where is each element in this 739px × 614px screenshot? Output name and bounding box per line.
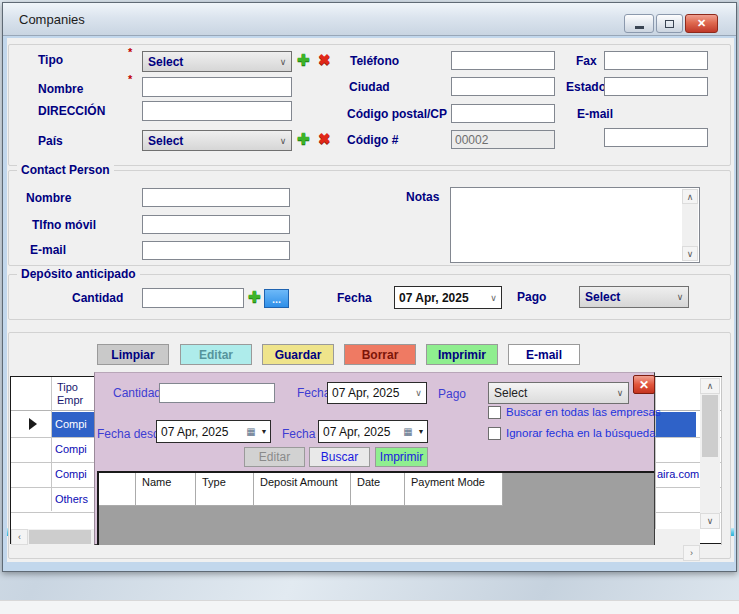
- email-input[interactable]: [604, 128, 708, 147]
- grid-col-name[interactable]: Name: [136, 473, 196, 506]
- chevron-down-icon: ∨: [672, 292, 688, 302]
- popup-buscar-button[interactable]: Buscar: [309, 447, 370, 467]
- fecha-desde-label: Fecha desde: [97, 427, 157, 441]
- email-button[interactable]: E-mail: [508, 344, 580, 365]
- all-companies-checkbox-label: Buscar en todas las empresas: [506, 406, 661, 418]
- fax-input[interactable]: [604, 51, 708, 70]
- nombre-input[interactable]: [142, 77, 292, 97]
- popup-close-button[interactable]: ✕: [633, 375, 655, 394]
- scroll-up-icon[interactable]: ∧: [682, 189, 698, 204]
- fecha-select[interactable]: 07 Apr, 2025 ∨: [394, 286, 502, 309]
- imprimir-button[interactable]: Imprimir: [426, 344, 498, 365]
- borrar-button[interactable]: Borrar: [344, 344, 416, 365]
- hscroll-thumb[interactable]: [29, 530, 91, 544]
- grid-col-deposit-amount[interactable]: Deposit Amount: [254, 473, 351, 506]
- delete-tipo-icon[interactable]: ✖: [318, 52, 331, 67]
- cantidad-input[interactable]: [142, 288, 244, 308]
- popup-cantidad-input[interactable]: [159, 383, 275, 403]
- nombre-label: Nombre: [38, 82, 83, 96]
- pago-select[interactable]: Select ∨: [579, 286, 689, 308]
- notas-textarea[interactable]: ∧ ∨: [450, 187, 700, 263]
- fecha-hasta-label: Fecha hasta: [282, 427, 320, 441]
- add-tipo-icon[interactable]: ✚: [297, 52, 310, 67]
- codigo-input: [451, 130, 555, 149]
- maximize-button[interactable]: [656, 14, 683, 33]
- popup-pago-label: Pago: [438, 387, 466, 401]
- desktop-background: Companies ✕ Tipo * Select ∨ ✚ ✖ Teléfono…: [0, 0, 739, 614]
- estado-input[interactable]: [604, 77, 708, 96]
- deposits-grid[interactable]: Name Type Deposit Amount Date Payment Mo…: [97, 471, 654, 545]
- ignore-date-checkbox-label: Ignorar fecha en la búsqueda: [506, 427, 656, 439]
- tipo-label: Tipo: [38, 53, 63, 67]
- vscroll-thumb[interactable]: [702, 395, 718, 457]
- popup-imprimir-button[interactable]: Imprimir: [375, 447, 428, 467]
- ciudad-input[interactable]: [451, 77, 555, 96]
- grid-col-payment-mode[interactable]: Payment Mode: [405, 473, 503, 506]
- codigo-label: Código #: [347, 133, 398, 147]
- nombre-required-mark: *: [128, 73, 132, 85]
- popup-pago-select[interactable]: Select ∨: [488, 382, 629, 404]
- pais-select[interactable]: Select ∨: [142, 130, 292, 151]
- notas-label: Notas: [406, 190, 439, 204]
- contact-tlfno-label: Tlfno móvil: [32, 218, 96, 232]
- ciudad-label: Ciudad: [349, 80, 390, 94]
- grid-col-type[interactable]: Type: [196, 473, 254, 506]
- grid-row-header: [99, 473, 136, 506]
- scroll-up-icon[interactable]: ∧: [700, 378, 720, 394]
- email-label: E-mail: [577, 107, 613, 121]
- delete-pais-icon[interactable]: ✖: [318, 131, 331, 146]
- close-icon: ✕: [639, 378, 649, 392]
- popup-fecha-label: Fecha: [297, 386, 330, 400]
- add-pais-icon[interactable]: ✚: [297, 131, 310, 146]
- pago-label: Pago: [517, 290, 546, 304]
- chevron-down-icon: ∨: [612, 388, 628, 398]
- browse-deposito-button[interactable]: ...: [264, 289, 289, 308]
- title-bar[interactable]: Companies ✕: [3, 3, 736, 36]
- grid-col-tipo-empresa[interactable]: Tipo Empr: [57, 381, 83, 407]
- grid-col-date[interactable]: Date: [351, 473, 405, 506]
- calendar-icon: ▦: [401, 426, 415, 437]
- window-title: Companies: [19, 12, 85, 27]
- scroll-left-icon[interactable]: ‹: [11, 529, 28, 545]
- popup-cantidad-label: Cantidad: [113, 386, 161, 400]
- ignore-date-checkbox[interactable]: [488, 427, 501, 440]
- dropdown-arrow-icon[interactable]: ▼: [415, 428, 427, 435]
- contact-tlfno-input[interactable]: [142, 215, 290, 234]
- contact-nombre-input[interactable]: [142, 188, 290, 207]
- cantidad-label: Cantidad: [72, 291, 123, 305]
- grid-vscrollbar[interactable]: ∧ ∨: [700, 378, 720, 529]
- fecha-desde-picker[interactable]: 07 Apr, 2025 ▦ ▼: [156, 420, 271, 443]
- all-companies-checkbox[interactable]: [488, 406, 501, 419]
- popup-fecha-select[interactable]: 07 Apr, 2025 ∨: [327, 382, 427, 404]
- estado-label: Estado: [566, 80, 606, 94]
- chevron-down-icon: ∨: [411, 388, 426, 398]
- scroll-down-icon[interactable]: ∨: [682, 246, 698, 261]
- direccion-label: DIRECCIÓN: [38, 104, 105, 118]
- minimize-button[interactable]: [624, 14, 654, 33]
- direccion-input[interactable]: [142, 101, 292, 121]
- dropdown-arrow-icon[interactable]: ▼: [258, 428, 270, 435]
- popup-editar-button[interactable]: Editar: [244, 447, 305, 467]
- minimize-icon: [635, 26, 644, 29]
- contact-email-input[interactable]: [142, 241, 290, 260]
- limpiar-button[interactable]: Limpiar: [97, 344, 169, 365]
- chevron-down-icon: ∨: [275, 57, 291, 67]
- scroll-right-icon[interactable]: ›: [683, 545, 700, 561]
- add-deposito-icon[interactable]: ✚: [248, 289, 261, 304]
- scroll-down-icon[interactable]: ∨: [700, 513, 720, 529]
- email-cell[interactable]: aira.com: [657, 468, 699, 480]
- chevron-down-icon: ∨: [275, 136, 291, 146]
- tipo-select[interactable]: Select ∨: [142, 51, 292, 72]
- telefono-input[interactable]: [451, 51, 555, 70]
- notas-scrollbar[interactable]: ∧ ∨: [682, 189, 698, 261]
- codigo-postal-input[interactable]: [451, 104, 555, 123]
- fecha-hasta-picker[interactable]: 07 Apr, 2025 ▦ ▼: [318, 420, 428, 443]
- editar-button[interactable]: Editar: [180, 344, 252, 365]
- close-icon: ✕: [697, 17, 706, 30]
- deposit-search-popup: Cantidad Fecha 07 Apr, 2025 ∨ Pago Selec…: [94, 372, 655, 545]
- close-button[interactable]: ✕: [685, 14, 718, 33]
- guardar-button[interactable]: Guardar: [262, 344, 334, 365]
- contact-nombre-label: Nombre: [26, 191, 71, 205]
- telefono-label: Teléfono: [350, 54, 399, 68]
- contact-email-label: E-mail: [30, 243, 66, 257]
